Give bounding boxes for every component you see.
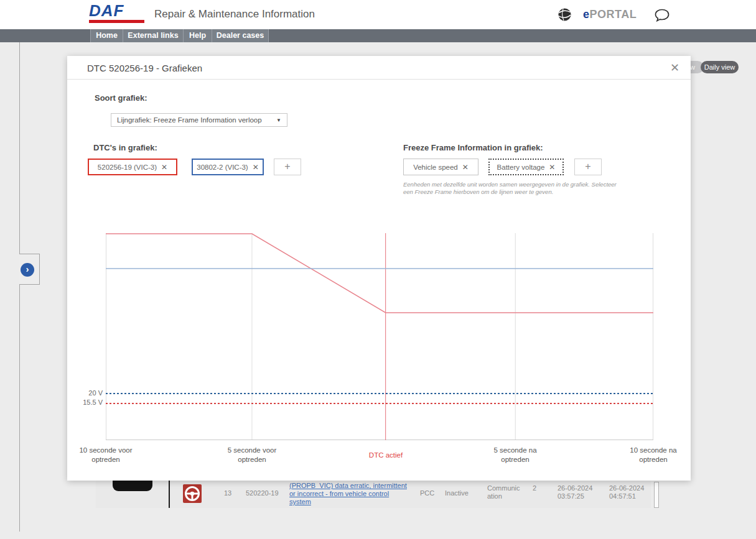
x-axis-label: 10 seconde voor optreden xyxy=(65,446,146,464)
page: DAF Repair & Maintenance Information ePO… xyxy=(0,0,756,539)
row-status: Inactive xyxy=(445,489,469,497)
chip-label: 520256-19 (VIC-3) xyxy=(98,164,157,171)
app-header: DAF Repair & Maintenance Information ePO… xyxy=(0,0,756,29)
row-last-date: 26-06-2024 xyxy=(609,484,644,492)
ffi-line-chart xyxy=(106,233,653,440)
row-ecu: PCC xyxy=(420,489,434,497)
ffi-note: Eenheden met dezelfde unit worden samen … xyxy=(403,181,617,196)
truck-thumbnail xyxy=(113,481,152,491)
x-axis-label-line: optreden xyxy=(475,455,556,464)
ffi-note-line: een Freeze Frame hierboven om de lijnen … xyxy=(403,188,617,196)
row-dtc-link[interactable]: or incorrect - from vehicle control xyxy=(289,490,389,497)
nav-item-dealer-cases[interactable]: Dealer cases xyxy=(212,29,269,42)
chevron-right-icon: › xyxy=(26,264,29,274)
x-axis-label-line: 10 seconde na xyxy=(613,446,694,455)
row-category: Communic xyxy=(487,484,520,492)
modal-header: DTC 520256-19 - Grafieken ✕ xyxy=(67,56,691,80)
remove-icon[interactable]: ✕ xyxy=(253,163,259,172)
eportal-portal: PORTAL xyxy=(590,8,637,21)
chart-type-dropdown[interactable]: Lijngrafiek: Freeze Frame Information ve… xyxy=(111,113,287,127)
x-axis-label-line: optreden xyxy=(212,455,292,464)
row-divider xyxy=(169,481,170,508)
x-axis-label-dtc-actief: DTC actief xyxy=(345,446,426,460)
x-axis-label-line: optreden xyxy=(65,455,146,464)
steering-wheel-icon xyxy=(183,484,202,503)
row-last-time: 04:57:51 xyxy=(609,492,636,500)
chevron-down-icon: ▼ xyxy=(276,117,281,123)
nav-bar: Home External links Help Dealer cases xyxy=(0,29,756,42)
expand-panel-button[interactable]: › xyxy=(21,263,34,277)
row-dtc-code: 520220-19 xyxy=(246,489,279,497)
chip-label: 30802-2 (VIC-3) xyxy=(197,164,248,171)
remove-icon[interactable]: ✕ xyxy=(549,163,555,172)
x-axis-label-line: DTC actief xyxy=(345,451,426,460)
row-dtc-link[interactable]: (PROPB_VIC) data erratic, intermittent xyxy=(289,482,407,489)
row-dtc-link[interactable]: system xyxy=(289,498,311,505)
chat-bubble-icon[interactable] xyxy=(654,8,670,23)
remove-icon[interactable]: ✕ xyxy=(462,163,469,172)
chip-label: Battery voltage xyxy=(497,164,545,171)
daf-logo-redbar xyxy=(89,20,144,23)
x-axis-label-line: 10 seconde voor xyxy=(65,446,146,455)
remove-icon[interactable]: ✕ xyxy=(161,163,167,172)
row-number: 13 xyxy=(224,489,231,497)
close-icon[interactable]: ✕ xyxy=(670,61,679,75)
eportal-logo: ePORTAL xyxy=(583,8,637,21)
collapsed-panel-tab: › xyxy=(19,254,40,285)
nav-item-external-links[interactable]: External links xyxy=(123,29,183,42)
daily-view-toggle[interactable]: Daily view xyxy=(701,61,739,73)
ffi-note-line: Eenheden met dezelfde unit worden samen … xyxy=(403,181,617,188)
x-axis-label: 10 seconde na optreden xyxy=(613,446,694,464)
modal-title: DTC 520256-19 - Grafieken xyxy=(87,63,202,73)
table-scrollbar[interactable] xyxy=(654,482,659,508)
nav-item-help[interactable]: Help xyxy=(183,29,212,42)
collapsed-panel-border xyxy=(19,42,20,532)
dtc-section-label: DTC's in grafiek: xyxy=(93,143,157,152)
chart-type-label: Soort grafiek: xyxy=(95,93,147,103)
nav-item-home[interactable]: Home xyxy=(90,29,123,42)
daf-logo-text: DAF xyxy=(89,2,145,19)
row-first-time: 03:57:25 xyxy=(558,492,584,500)
add-ffi-button[interactable]: + xyxy=(574,159,602,175)
ffi-chip-battery-voltage[interactable]: Battery voltage ✕ xyxy=(488,159,564,175)
dtc-graphs-modal: DTC 520256-19 - Grafieken ✕ Soort grafie… xyxy=(67,56,691,481)
ffi-chip-vehicle-speed[interactable]: Vehicle speed ✕ xyxy=(403,159,478,175)
add-dtc-button[interactable]: + xyxy=(274,159,301,175)
chip-label: Vehicle speed xyxy=(413,164,458,171)
eportal-e: e xyxy=(583,8,590,21)
x-axis-label-line: 5 seconde voor xyxy=(212,446,292,455)
daf-logo: DAF xyxy=(89,2,145,27)
dtc-chip-520256-19[interactable]: 520256-19 (VIC-3) ✕ xyxy=(88,159,177,175)
dtc-table-row: 13 520220-19 (PROPB_VIC) data erratic, i… xyxy=(96,481,651,508)
x-axis-label-line: optreden xyxy=(613,455,694,464)
globe-icon[interactable] xyxy=(558,7,572,22)
x-axis-label-line: 5 seconde na xyxy=(475,446,556,455)
x-axis-label: 5 seconde na optreden xyxy=(475,446,556,464)
dtc-chip-30802-2[interactable]: 30802-2 (VIC-3) ✕ xyxy=(192,159,264,175)
row-category: ation xyxy=(487,492,502,500)
app-title: Repair & Maintenance Information xyxy=(154,8,315,21)
ffi-section-label: Freeze Frame Information in grafiek: xyxy=(403,143,543,152)
row-first-date: 26-06-2024 xyxy=(558,484,592,492)
row-count: 2 xyxy=(533,484,536,492)
y-axis-tick-20v: 20 V xyxy=(67,389,103,397)
y-axis-tick-15-5v: 15.5 V xyxy=(67,398,103,406)
chart-type-selected: Lijngrafiek: Freeze Frame Information ve… xyxy=(117,116,262,124)
x-axis-label: 5 seconde voor optreden xyxy=(212,446,292,464)
